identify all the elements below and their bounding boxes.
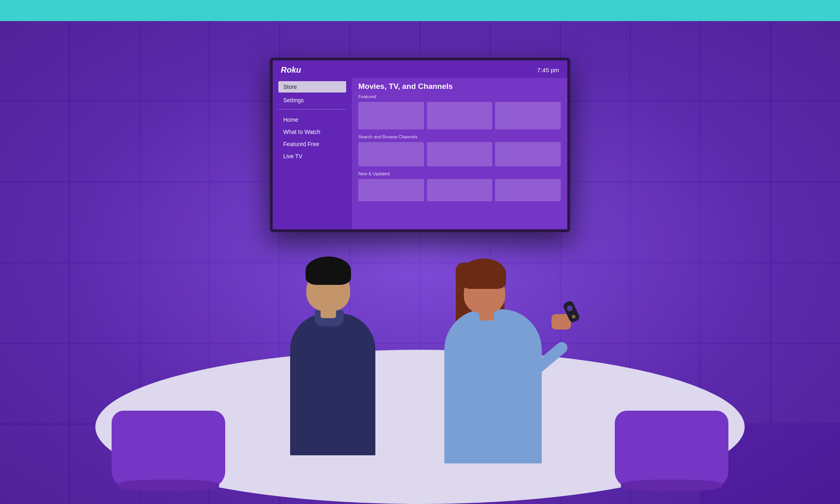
tv-interface: Roku 7:45 pm Store Settings Home What to… <box>273 60 567 229</box>
new-card-2[interactable] <box>427 179 493 201</box>
tv-body: Store Settings Home What to Watch Featur… <box>273 78 567 229</box>
section-label-new: New & Updated <box>358 171 561 176</box>
browse-card-3[interactable] <box>495 142 561 166</box>
main-title: Movies, TV, and Channels <box>358 82 561 91</box>
sofa-arm-left-shadow <box>118 480 219 491</box>
sidebar-item-featured-free[interactable]: Featured Free <box>278 139 346 149</box>
woman-hair-top <box>461 258 506 289</box>
new-updated-grid <box>358 179 561 201</box>
browse-card-1[interactable] <box>358 142 424 166</box>
main-scene: Roku 7:45 pm Store Settings Home What to… <box>0 21 840 504</box>
person-woman <box>428 269 582 463</box>
sidebar-item-home[interactable]: Home <box>278 114 346 125</box>
section-label-search: Search and Browse Channels <box>358 134 561 139</box>
sidebar-item-store[interactable]: Store <box>278 81 346 93</box>
featured-grid <box>358 102 561 129</box>
sidebar-item-settings[interactable]: Settings <box>278 95 346 106</box>
tv-header: Roku 7:45 pm <box>273 60 567 78</box>
sidebar-item-what-to-watch[interactable]: What to Watch <box>278 127 346 137</box>
top-bar <box>0 0 840 21</box>
featured-card-2[interactable] <box>427 102 493 129</box>
search-browse-grid <box>358 142 561 166</box>
sofa-arm-right <box>615 411 728 488</box>
remote-button <box>571 314 576 319</box>
new-card-1[interactable] <box>358 179 424 201</box>
tv-main-panel: Movies, TV, and Channels Featured Search… <box>352 78 567 229</box>
tv-time: 7:45 pm <box>537 67 559 73</box>
featured-card-3[interactable] <box>495 102 561 129</box>
man-hair <box>306 256 351 285</box>
section-label-featured: Featured <box>358 94 561 99</box>
new-card-3[interactable] <box>495 179 561 201</box>
woman-body <box>444 309 542 463</box>
man-body <box>290 313 375 455</box>
browse-card-2[interactable] <box>427 142 493 166</box>
tv-screen: Roku 7:45 pm Store Settings Home What to… <box>270 58 570 232</box>
sofa-arm-left <box>112 411 225 488</box>
person-man <box>278 281 392 455</box>
remote-dpad <box>566 305 574 312</box>
tv-sidebar: Store Settings Home What to Watch Featur… <box>273 78 352 229</box>
sidebar-divider <box>278 109 346 110</box>
roku-logo: Roku <box>281 65 301 75</box>
sidebar-item-live-tv[interactable]: Live TV <box>278 151 346 162</box>
sofa-arm-right-shadow <box>621 480 722 491</box>
featured-card-1[interactable] <box>358 102 424 129</box>
